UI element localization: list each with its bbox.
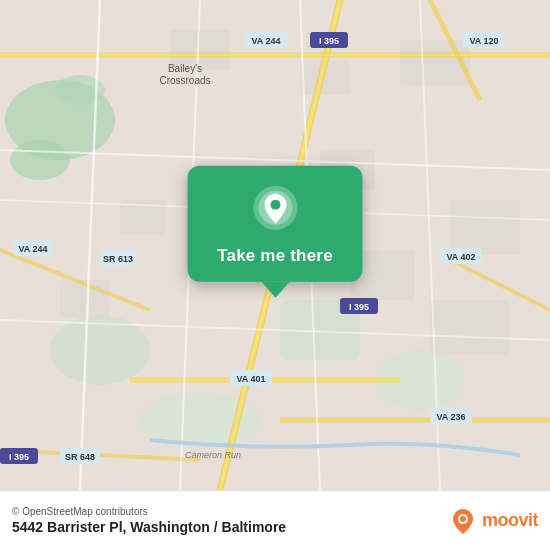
copyright-text: © OpenStreetMap contributors xyxy=(12,506,449,517)
location-pin-icon xyxy=(251,184,299,232)
take-me-there-button[interactable]: Take me there xyxy=(217,246,333,266)
location-icon-wrapper xyxy=(251,184,299,236)
svg-text:Crossroads: Crossroads xyxy=(159,75,210,86)
svg-point-2 xyxy=(10,140,70,180)
svg-text:VA 244: VA 244 xyxy=(18,244,47,254)
map-view: Cameron Run I 395 I 395 I 395 I 395 VA 2… xyxy=(0,0,550,490)
svg-text:VA 120: VA 120 xyxy=(469,36,498,46)
moovit-brand-icon xyxy=(449,507,477,535)
svg-text:SR 613: SR 613 xyxy=(103,254,133,264)
svg-text:VA 244: VA 244 xyxy=(251,36,280,46)
footer-bar: © OpenStreetMap contributors 5442 Barris… xyxy=(0,490,550,550)
svg-text:SR 648: SR 648 xyxy=(65,452,95,462)
location-popup: Take me there xyxy=(188,166,363,298)
svg-point-66 xyxy=(460,516,466,522)
svg-text:VA 236: VA 236 xyxy=(436,412,465,422)
moovit-logo: moovit xyxy=(449,507,538,535)
moovit-brand-text: moovit xyxy=(482,510,538,531)
popup-tail xyxy=(261,282,289,298)
svg-rect-14 xyxy=(450,200,520,255)
svg-text:I 395: I 395 xyxy=(9,452,29,462)
svg-rect-16 xyxy=(430,300,510,355)
footer-left: © OpenStreetMap contributors 5442 Barris… xyxy=(12,506,449,535)
svg-text:Bailey's: Bailey's xyxy=(168,63,202,74)
svg-text:VA 401: VA 401 xyxy=(236,374,265,384)
svg-point-64 xyxy=(270,200,280,210)
popup-card: Take me there xyxy=(188,166,363,282)
svg-text:I 395: I 395 xyxy=(349,302,369,312)
svg-text:VA 402: VA 402 xyxy=(446,252,475,262)
address-text: 5442 Barrister Pl, Washington / Baltimor… xyxy=(12,519,449,535)
svg-text:I 395: I 395 xyxy=(319,36,339,46)
svg-text:Cameron Run: Cameron Run xyxy=(185,450,241,460)
